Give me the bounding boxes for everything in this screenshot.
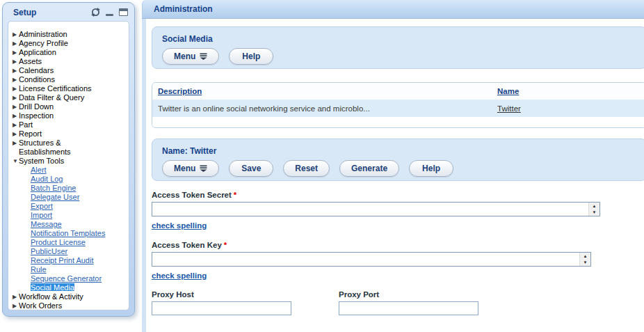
access-token-key-group: Access Token Key* ▲ ▼ check spelling — [152, 241, 644, 280]
tree-item-license-certifications[interactable]: License Certifications — [13, 84, 122, 93]
collapsed-arrow-icon — [13, 139, 19, 148]
collapsed-arrow-icon — [13, 93, 19, 102]
save-button[interactable]: Save — [229, 160, 273, 177]
tree-item-label: Work Orders — [19, 301, 62, 310]
social-media-form: Access Token Secret* ▲ ▼ check spelling … — [152, 191, 644, 315]
tree-link-notification-templates[interactable]: Notification Templates — [31, 229, 105, 237]
menu-button[interactable]: Menu — [162, 48, 219, 65]
table-footer-spacer — [152, 117, 644, 127]
tree-item-report[interactable]: Report — [13, 129, 122, 139]
access-token-secret-input[interactable] — [152, 203, 588, 216]
access-token-secret-field-box: ▲ ▼ — [152, 202, 600, 216]
menu-button[interactable]: Menu — [162, 160, 219, 177]
tree-link-import[interactable]: Import — [31, 211, 52, 219]
generate-button[interactable]: Generate — [339, 160, 399, 177]
check-spelling-link[interactable]: check spelling — [152, 271, 207, 280]
tree-item-label: Administration — [19, 30, 67, 38]
tree-item-conditions[interactable]: Conditions — [13, 75, 122, 84]
tree-link-message[interactable]: Message — [31, 220, 62, 228]
tree-link-rule[interactable]: Rule — [31, 265, 47, 274]
access-token-key-input[interactable] — [152, 253, 579, 266]
collapsed-arrow-icon — [13, 66, 19, 75]
scroll-up-icon[interactable]: ▲ — [589, 203, 599, 210]
tree-item-assets[interactable]: Assets — [13, 57, 122, 66]
tree-item-label: Calendars — [19, 66, 54, 74]
minimize-icon[interactable] — [106, 14, 113, 16]
tree-item-label: Report — [19, 129, 42, 138]
reset-button[interactable]: Reset — [283, 160, 330, 177]
window-controls — [91, 8, 128, 17]
scrollbar[interactable]: ▲ ▼ — [588, 203, 599, 216]
collapsed-arrow-icon — [13, 111, 19, 120]
tree-item-workflow-activity[interactable]: Workflow & Activity — [13, 292, 122, 301]
column-header-name[interactable]: Name — [497, 87, 519, 95]
collapsed-arrow-icon — [13, 30, 19, 39]
refresh-icon[interactable] — [91, 8, 100, 17]
tree-item-structures-establishments[interactable]: Structures & Establishments — [13, 139, 122, 157]
tree-link-receipt-print-audit[interactable]: Receipt Print Audit — [31, 256, 94, 264]
tree-link-social-media-selected[interactable]: Social Media — [31, 283, 74, 292]
tree-item-agency-profile[interactable]: Agency Profile — [13, 39, 122, 48]
tree-item-data-filter-query[interactable]: Data Filter & Query — [13, 93, 122, 102]
tree-item-label: License Certifications — [19, 84, 92, 93]
tree-link-product-license[interactable]: Product License — [31, 238, 86, 246]
collapsed-arrow-icon — [13, 57, 19, 66]
setup-tree: Administration Agency Profile Applicatio… — [13, 30, 122, 310]
tree-item-system-tools[interactable]: System Tools — [13, 157, 122, 166]
scroll-up-icon[interactable]: ▲ — [580, 253, 590, 260]
save-button-label: Save — [241, 164, 261, 173]
tree-item-label: Application — [19, 48, 56, 56]
tree-link-alert[interactable]: Alert — [31, 166, 47, 174]
menu-button-label: Menu — [174, 164, 195, 173]
tree-item-label: Agency Profile — [19, 39, 68, 47]
column-header-description[interactable]: Description — [158, 87, 202, 95]
tree-item-label: System Tools — [19, 157, 64, 165]
administration-header: Administration — [142, 0, 644, 19]
tree-item-calendars[interactable]: Calendars — [13, 66, 122, 75]
social-media-toolbar: Menu Help — [162, 48, 644, 65]
proxy-port-input[interactable] — [339, 301, 478, 315]
tree-link-batch-engine[interactable]: Batch Engine — [31, 184, 76, 192]
setup-panel-title: Setup — [13, 8, 91, 17]
collapsed-arrow-icon — [13, 48, 19, 57]
collapsed-arrow-icon — [13, 129, 19, 139]
tree-item-part[interactable]: Part — [13, 120, 122, 129]
tree-item-label: Workflow & Activity — [19, 292, 83, 301]
maximize-icon[interactable] — [119, 8, 128, 16]
tree-item-label: Data Filter & Query — [19, 93, 84, 102]
proxy-host-input[interactable] — [152, 301, 291, 315]
tree-item-administration[interactable]: Administration — [13, 30, 122, 39]
table-row[interactable]: Twitter is an online social networking s… — [152, 100, 644, 117]
scroll-down-icon[interactable]: ▼ — [589, 210, 599, 216]
expanded-arrow-icon — [13, 157, 19, 166]
check-spelling-link[interactable]: check spelling — [152, 221, 207, 230]
tree-item-drill-down[interactable]: Drill Down — [13, 102, 122, 111]
setup-panel: Setup Administration Agency Profile Appl… — [2, 2, 135, 317]
description-cell: Twitter is an online social networking s… — [158, 104, 370, 113]
tree-link-publicuser[interactable]: PublicUser — [31, 247, 67, 255]
help-button[interactable]: Help — [229, 48, 273, 65]
social-media-table: Description Name Twitter is an online so… — [152, 82, 644, 128]
access-token-secret-label: Access Token Secret — [152, 191, 232, 199]
collapsed-arrow-icon — [13, 102, 19, 111]
help-button[interactable]: Help — [409, 160, 453, 177]
collapsed-arrow-icon — [13, 292, 19, 301]
tree-link-export[interactable]: Export — [31, 202, 53, 210]
table-header-row: Description Name — [152, 83, 644, 100]
scrollbar[interactable]: ▲ ▼ — [579, 253, 590, 266]
tree-item-inspection[interactable]: Inspection — [13, 111, 122, 120]
tree-item-label: Structures & Establishments — [19, 139, 101, 157]
tree-item-work-orders[interactable]: Work Orders — [13, 301, 122, 310]
required-asterisk: * — [224, 241, 227, 249]
tree-item-application[interactable]: Application — [13, 48, 122, 57]
tree-link-audit-log[interactable]: Audit Log — [31, 175, 63, 183]
tree-link-sequence-generator[interactable]: Sequence Generator — [31, 274, 102, 283]
proxy-host-group: Proxy Host — [152, 290, 339, 315]
tree-item-label: Part — [19, 120, 33, 129]
scroll-down-icon[interactable]: ▼ — [580, 260, 590, 267]
proxy-host-label: Proxy Host — [152, 290, 194, 299]
tree-link-delegate-user[interactable]: Delegate User — [31, 193, 79, 201]
access-token-secret-group: Access Token Secret* ▲ ▼ check spelling — [152, 191, 644, 230]
reset-button-label: Reset — [295, 164, 318, 173]
name-cell-link[interactable]: Twitter — [497, 104, 521, 113]
